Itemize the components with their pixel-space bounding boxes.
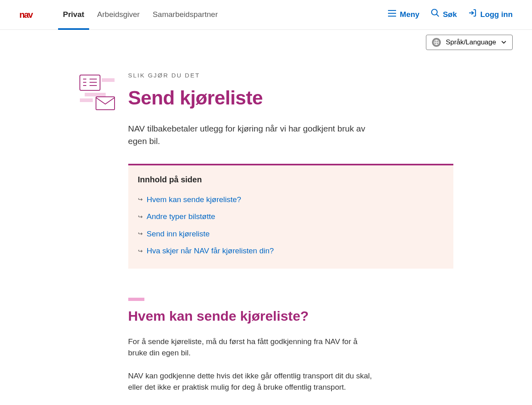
globe-icon: [432, 38, 441, 47]
login-label: Logg inn: [480, 9, 513, 21]
arrow-indent-icon: ↪: [138, 213, 143, 221]
tab-privat[interactable]: Privat: [63, 0, 84, 29]
svg-point-4: [432, 9, 437, 15]
login-icon: [468, 8, 477, 21]
tab-label: Samarbeidspartner: [152, 9, 218, 21]
arrow-indent-icon: ↪: [138, 230, 143, 238]
header-actions: Meny Søk Logg inn: [388, 8, 513, 21]
tab-label: Arbeidsgiver: [97, 9, 140, 21]
table-of-contents: Innhold på siden ↪ Hvem kan sende kjørel…: [128, 164, 453, 269]
arrow-indent-icon: ↪: [138, 247, 143, 255]
tab-samarbeidspartner[interactable]: Samarbeidspartner: [152, 0, 218, 29]
toc-link: Hvem kan sende kjøreliste?: [147, 194, 241, 206]
svg-text:nav: nav: [19, 11, 33, 19]
toc-link: Hva skjer når NAV får kjørelisten din?: [147, 245, 274, 257]
search-label: Søk: [443, 9, 457, 21]
site-header: nav Privat Arbeidsgiver Samarbeidspartne…: [0, 0, 532, 30]
toc-list: ↪ Hvem kan sende kjøreliste? ↪ Andre typ…: [138, 191, 444, 260]
svg-rect-17: [80, 98, 93, 102]
search-button[interactable]: Søk: [431, 8, 457, 21]
tab-label: Privat: [63, 9, 84, 21]
toc-item[interactable]: ↪ Send inn kjøreliste: [138, 225, 444, 243]
page-eyebrow: SLIK GJØR DU DET: [128, 71, 453, 80]
main-content: SLIK GJØR DU DET Send kjøreliste NAV til…: [79, 71, 453, 405]
section-accent-bar: [128, 298, 144, 301]
language-label: Språk/Language: [446, 38, 496, 46]
toc-item[interactable]: ↪ Hvem kan sende kjøreliste?: [138, 191, 444, 209]
context-tabs: Privat Arbeidsgiver Samarbeidspartner: [63, 0, 388, 29]
language-select[interactable]: Språk/Language: [426, 35, 513, 50]
content-column: SLIK GJØR DU DET Send kjøreliste NAV til…: [128, 71, 453, 405]
language-bar: Språk/Language: [0, 30, 532, 55]
body-paragraph: For å sende kjøreliste, må du først ha f…: [128, 336, 374, 359]
svg-rect-16: [85, 93, 106, 96]
toc-item[interactable]: ↪ Hva skjer når NAV får kjørelisten din?: [138, 242, 444, 260]
search-icon: [431, 8, 440, 21]
login-button[interactable]: Logg inn: [468, 8, 513, 21]
svg-line-5: [436, 15, 439, 17]
arrow-indent-icon: ↪: [138, 195, 143, 204]
page-illustration: [79, 74, 115, 115]
toc-heading: Innhold på siden: [138, 173, 444, 186]
menu-button[interactable]: Meny: [388, 9, 419, 21]
toc-item[interactable]: ↪ Andre typer bilstøtte: [138, 208, 444, 225]
body-paragraph: NAV kan godkjenne dette hvis det ikke gå…: [128, 370, 374, 393]
svg-rect-18: [96, 97, 115, 110]
tab-arbeidsgiver[interactable]: Arbeidsgiver: [97, 0, 140, 29]
page-illustration-column: [79, 71, 115, 405]
page-title: Send kjøreliste: [128, 84, 453, 113]
chevron-down-icon: [501, 38, 507, 46]
svg-rect-15: [102, 78, 115, 82]
menu-label: Meny: [400, 9, 419, 21]
logo[interactable]: nav: [19, 11, 44, 19]
page-lead: NAV tilbakebetaler utlegg for kjøring nå…: [128, 122, 370, 148]
toc-link: Send inn kjøreliste: [147, 228, 210, 240]
toc-link: Andre typer bilstøtte: [147, 211, 215, 223]
menu-icon: [388, 9, 396, 21]
section-heading: Hvem kan sende kjøreliste?: [128, 306, 453, 326]
